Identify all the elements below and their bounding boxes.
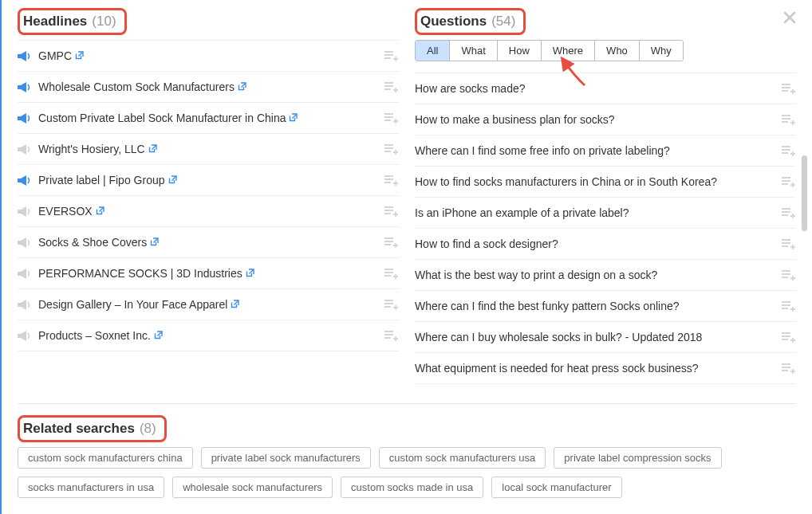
filter-tab-how[interactable]: How xyxy=(498,41,542,61)
related-search-tag[interactable]: custom sock manufacturers china xyxy=(18,447,193,469)
related-title: Related searches xyxy=(23,421,135,437)
headline-item[interactable]: Socks & Shoe Covers xyxy=(18,227,399,258)
megaphone-icon xyxy=(18,300,30,310)
add-to-list-icon[interactable] xyxy=(782,207,796,218)
headline-text: Socks & Shoe Covers xyxy=(38,236,376,249)
question-text: How are socks made? xyxy=(415,82,774,95)
headline-text: PERFORMANCE SOCKS | 3D Industries xyxy=(38,267,376,280)
megaphone-icon xyxy=(18,206,30,217)
questions-list: How are socks made?How to make a busines… xyxy=(415,73,796,389)
add-to-list-icon[interactable] xyxy=(384,143,399,155)
headline-text: EVERSOX xyxy=(38,205,376,218)
megaphone-icon xyxy=(18,175,30,186)
question-text: What is the best way to print a design o… xyxy=(415,269,774,281)
megaphone-icon xyxy=(18,51,30,61)
add-to-list-icon[interactable] xyxy=(782,114,796,125)
filter-tab-why[interactable]: Why xyxy=(640,41,683,61)
questions-count: (54) xyxy=(491,14,515,29)
external-link-icon[interactable] xyxy=(148,144,157,153)
question-text: Is an iPhone an example of a private lab… xyxy=(415,206,774,219)
add-to-list-icon[interactable] xyxy=(384,112,399,124)
question-item[interactable]: How to find a sock designer? xyxy=(415,229,796,260)
related-search-tag[interactable]: socks manufacturers in usa xyxy=(18,477,164,498)
question-text: What equipment is needed for heat press … xyxy=(415,362,774,375)
megaphone-icon xyxy=(18,113,30,124)
add-to-list-icon[interactable] xyxy=(782,83,796,94)
question-item[interactable]: Is an iPhone an example of a private lab… xyxy=(415,198,796,229)
headlines-panel: Headlines (10) GMPCWholesale Custom Sock… xyxy=(18,8,399,389)
headline-item[interactable]: Design Gallery – In Your Face Apparel xyxy=(18,289,399,320)
headline-item[interactable]: GMPC xyxy=(18,40,399,72)
external-link-icon[interactable] xyxy=(154,331,163,339)
external-link-icon[interactable] xyxy=(150,237,159,246)
add-to-list-icon[interactable] xyxy=(384,268,399,279)
related-search-tag[interactable]: private label sock manufacturers xyxy=(201,447,371,469)
add-to-list-icon[interactable] xyxy=(782,332,796,343)
add-to-list-icon[interactable] xyxy=(782,300,796,312)
filter-tab-all[interactable]: All xyxy=(416,41,450,61)
add-to-list-icon[interactable] xyxy=(782,238,796,249)
question-item[interactable]: Where can I find some free info on priva… xyxy=(415,135,796,167)
add-to-list-icon[interactable] xyxy=(384,206,399,217)
megaphone-icon xyxy=(18,82,30,92)
questions-title: Questions xyxy=(420,14,487,29)
add-to-list-icon[interactable] xyxy=(782,176,796,187)
headline-item[interactable]: Private label | Fipo Group xyxy=(18,165,399,196)
external-link-icon[interactable] xyxy=(246,269,254,277)
headline-item[interactable]: Custom Private Label Sock Manufacturer i… xyxy=(18,103,399,134)
external-link-icon[interactable] xyxy=(96,206,104,215)
add-to-list-icon[interactable] xyxy=(782,145,796,156)
add-to-list-icon[interactable] xyxy=(782,269,796,281)
megaphone-icon xyxy=(18,144,30,155)
headline-item[interactable]: EVERSOX xyxy=(18,196,399,227)
external-link-icon[interactable] xyxy=(231,300,239,308)
question-item[interactable]: What is the best way to print a design o… xyxy=(415,260,796,291)
question-text: Where can I buy wholesale socks in bulk?… xyxy=(415,331,774,343)
question-item[interactable]: How to make a business plan for socks? xyxy=(415,104,796,135)
external-link-icon[interactable] xyxy=(289,113,298,122)
headline-item[interactable]: Wright's Hosiery, LLC xyxy=(18,134,399,165)
related-tags: custom sock manufacturers chinaprivate l… xyxy=(18,447,796,498)
add-to-list-icon[interactable] xyxy=(384,237,399,248)
external-link-icon[interactable] xyxy=(75,51,84,60)
question-item[interactable]: What equipment is needed for heat press … xyxy=(415,353,796,384)
scrollbar-thumb[interactable] xyxy=(802,155,807,231)
headline-text: Wholesale Custom Sock Manufacturers xyxy=(38,80,376,93)
related-search-tag[interactable]: local sock manufacturer xyxy=(491,477,621,498)
headlines-heading-highlight: Headlines (10) xyxy=(18,8,127,35)
filter-tab-where[interactable]: Where xyxy=(542,41,595,61)
headline-text: Custom Private Label Sock Manufacturer i… xyxy=(38,112,376,124)
add-to-list-icon[interactable] xyxy=(384,175,399,186)
megaphone-icon xyxy=(18,237,30,248)
headline-text: Products – Soxnet Inc. xyxy=(38,329,376,342)
related-search-tag[interactable]: custom sock manufacturers usa xyxy=(379,447,546,469)
related-search-tag[interactable]: private label compression socks xyxy=(554,447,721,469)
add-to-list-icon[interactable] xyxy=(384,50,399,61)
add-to-list-icon[interactable] xyxy=(384,299,399,310)
add-to-list-icon[interactable] xyxy=(384,81,399,92)
headline-item[interactable]: PERFORMANCE SOCKS | 3D Industries xyxy=(18,258,399,289)
external-link-icon[interactable] xyxy=(238,82,246,91)
headlines-heading: Headlines (10) xyxy=(23,14,116,29)
add-to-list-icon[interactable] xyxy=(782,363,796,374)
headline-item[interactable]: Products – Soxnet Inc. xyxy=(18,320,399,351)
headlines-title: Headlines xyxy=(23,14,87,29)
related-search-tag[interactable]: custom socks made in usa xyxy=(341,477,483,498)
close-icon[interactable] xyxy=(783,11,796,24)
filter-tab-what[interactable]: What xyxy=(450,41,497,61)
headline-item[interactable]: Wholesale Custom Sock Manufacturers xyxy=(18,72,399,103)
question-item[interactable]: How are socks made? xyxy=(415,73,796,104)
question-item[interactable]: How to find socks manufacturers in China… xyxy=(415,167,796,198)
headline-text: GMPC xyxy=(38,49,376,62)
external-link-icon[interactable] xyxy=(168,175,177,184)
question-item[interactable]: Where can I buy wholesale socks in bulk?… xyxy=(415,322,796,353)
add-to-list-icon[interactable] xyxy=(384,330,399,341)
headline-text: Wright's Hosiery, LLC xyxy=(38,143,376,155)
filter-tab-who[interactable]: Who xyxy=(595,41,640,61)
question-item[interactable]: Where can I find the best funky pattern … xyxy=(415,291,796,322)
question-text: Where can I find some free info on priva… xyxy=(415,144,774,157)
question-filter-tabs: AllWhatHowWhereWhoWhy xyxy=(415,40,684,61)
question-text: Where can I find the best funky pattern … xyxy=(415,300,774,312)
related-search-tag[interactable]: wholesale sock manufacturers xyxy=(172,477,333,498)
megaphone-icon xyxy=(18,331,30,341)
